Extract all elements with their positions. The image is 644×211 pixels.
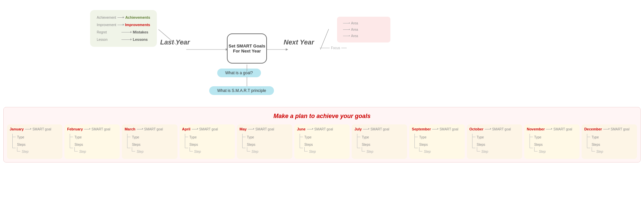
july-steps-label: Steps (362, 143, 370, 146)
november-name: November (527, 127, 545, 131)
may-arrow (248, 129, 254, 129)
march-type-label: Type (132, 135, 139, 139)
may-step-sub: Step (247, 148, 290, 154)
may-name: May (240, 127, 247, 131)
september-type-label: Type (419, 135, 426, 139)
november-smart-label: SMART goal (553, 127, 572, 131)
april-name: April (182, 127, 191, 131)
november-type-branch: Type (530, 134, 577, 140)
october-arrow (485, 129, 491, 129)
february-step-sub: Step (74, 148, 117, 154)
improvement-arrow (117, 25, 123, 25)
april-steps-label: Steps (190, 143, 198, 146)
february-header: February SMART goal (67, 127, 117, 131)
june-type-label: Type (304, 135, 312, 139)
april-steps-branch: Steps Step (185, 141, 232, 154)
april-type-label: Type (190, 135, 197, 139)
march-header: March SMART goal (124, 127, 175, 131)
month-card-october: October SMART goal Type Steps Step (467, 124, 522, 159)
october-type-branch: Type (472, 134, 520, 140)
achievement-arrow (117, 17, 124, 18)
february-arrow (84, 129, 90, 129)
may-type-branch: Type (242, 134, 290, 140)
mistakes-value: Mistakes (133, 30, 148, 34)
july-name: July (354, 127, 362, 131)
month-card-november: November SMART goal Type Steps Step (524, 124, 580, 159)
march-type-branch: Type (127, 134, 175, 140)
june-name: June (297, 127, 306, 131)
lesson-row: Lesson Lessons (97, 37, 150, 41)
september-name: September (412, 127, 431, 131)
december-type-branch: Type (587, 134, 634, 140)
march-name: March (124, 127, 135, 131)
june-tree: Type Steps Step (300, 134, 347, 154)
december-step-label: Step (596, 150, 603, 153)
january-smart-label: SMART goal (32, 127, 51, 131)
february-name: February (67, 127, 83, 131)
january-steps-branch: Steps Step (12, 141, 60, 154)
april-smart-label: SMART goal (199, 127, 218, 131)
november-step-sub: Step (534, 148, 577, 154)
september-arrow (432, 129, 438, 129)
area-label-3: Area (351, 34, 358, 38)
october-name: October (469, 127, 484, 131)
lesson-label: Lesson (97, 38, 120, 41)
october-steps-branch: Steps Step (472, 141, 520, 154)
november-steps-label: Steps (534, 143, 543, 146)
february-tree: Type Steps Step (70, 134, 117, 154)
may-steps-branch: Steps Step (242, 141, 290, 154)
may-type-label: Type (247, 135, 254, 139)
september-step-sub: Step (419, 148, 462, 154)
october-type-label: Type (477, 135, 484, 139)
area-row-1: Area (343, 21, 384, 25)
march-steps-branch: Steps Step (127, 141, 175, 154)
december-tree: Type Steps Step (587, 134, 634, 154)
february-steps-branch: Steps Step (70, 141, 117, 154)
month-card-december: December SMART goal Type Steps Step (582, 124, 637, 159)
right-panel: Area Area Area (337, 17, 390, 42)
july-type-label: Type (362, 135, 369, 139)
november-type-label: Type (534, 135, 542, 139)
january-type-branch: Type (12, 134, 60, 140)
july-step-sub: Step (362, 148, 404, 154)
april-type-branch: Type (185, 134, 232, 140)
achievement-label: Achievement (97, 16, 116, 19)
september-smart-label: SMART goal (439, 127, 458, 131)
september-type-branch: Type (414, 134, 462, 140)
october-steps-label: Steps (477, 143, 486, 146)
april-step-sub: Step (190, 148, 232, 154)
planning-section: Make a plan to achieve your goals Januar… (3, 107, 641, 163)
march-step-sub: Step (132, 148, 175, 154)
september-steps-branch: Steps Step (414, 141, 462, 154)
month-card-february: February SMART goal Type Steps Step (64, 124, 120, 159)
april-tree: Type Steps Step (185, 134, 232, 154)
january-header: January SMART goal (10, 127, 60, 131)
improvement-label: Improvement (97, 23, 116, 27)
december-name: December (584, 127, 602, 131)
october-smart-label: SMART goal (492, 127, 511, 131)
july-step-label: Step (366, 150, 373, 153)
last-year-title: Last Year (160, 38, 190, 46)
regret-label: Regret (97, 30, 120, 34)
regret-row: Regret Mistakes (97, 30, 150, 34)
improvement-row: Improvement Improvements (97, 23, 150, 27)
february-step-label: Step (79, 150, 86, 153)
april-step-label: Step (194, 150, 201, 153)
july-steps-branch: Steps Step (357, 141, 404, 154)
july-arrow (363, 129, 369, 129)
area-label-2: Area (351, 28, 358, 31)
area-row-2: Area (343, 28, 384, 31)
november-step-label: Step (539, 150, 546, 153)
july-smart-label: SMART goal (370, 127, 389, 131)
months-row: January SMART goal Type Steps Step (7, 124, 637, 159)
november-arrow (546, 129, 552, 129)
january-type-label: Type (17, 135, 24, 139)
month-card-july: July SMART goal Type Steps Step (352, 124, 407, 159)
october-header: October SMART goal (469, 127, 520, 131)
october-step-label: Step (481, 150, 489, 153)
november-tree: Type Steps Step (530, 134, 577, 154)
may-step-label: Step (252, 150, 259, 153)
may-steps-label: Steps (247, 143, 256, 146)
january-steps-label: Steps (17, 143, 26, 146)
march-steps-label: Steps (132, 143, 140, 146)
